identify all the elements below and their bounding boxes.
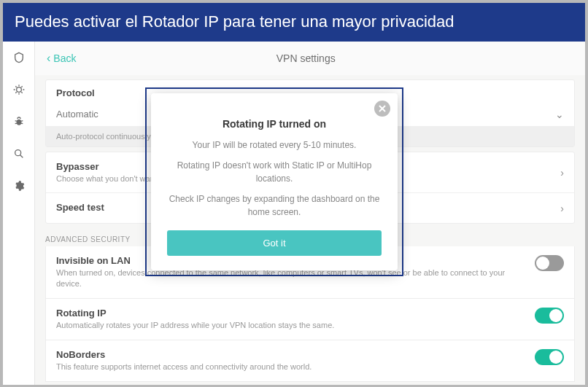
- close-icon[interactable]: [374, 101, 390, 117]
- got-it-button[interactable]: Got it: [167, 230, 382, 256]
- modal-overlay: Rotating IP turned on Your IP will be ro…: [3, 3, 585, 384]
- modal-line2: Rotating IP doesn't work with Static IP …: [167, 159, 382, 185]
- rotating-ip-modal: Rotating IP turned on Your IP will be ro…: [151, 93, 398, 270]
- modal-line3: Check IP changes by expanding the dashbo…: [167, 192, 382, 219]
- modal-title: Rotating IP turned on: [167, 118, 382, 130]
- modal-highlight: Rotating IP turned on Your IP will be ro…: [145, 87, 403, 276]
- modal-line1: Your IP will be rotated every 5-10 minut…: [167, 138, 382, 152]
- app-frame: Puedes activar el Rotador IP para tener …: [0, 0, 588, 387]
